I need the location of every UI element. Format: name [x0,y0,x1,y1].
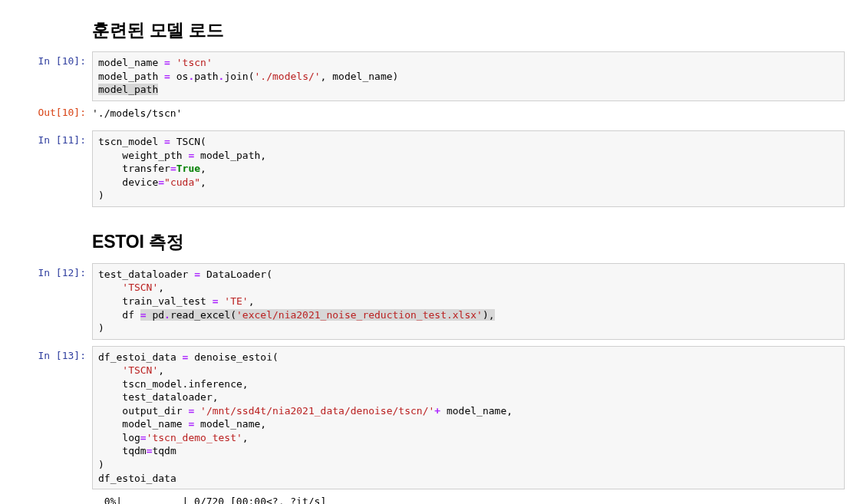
code-token: 'excel/nia2021_noise_reduction_test.xlsx… [236,309,483,321]
code-token: "cuda" [164,176,200,188]
code-token: ) [98,459,104,470]
code-token: './models/' [255,71,321,82]
prompt-empty [12,8,92,18]
code-cell-10: In [10]: model_name = 'tscn' model_path … [12,51,845,101]
code-token: 'tscn' [170,57,213,68]
notebook-root: 훈련된 모델 로드 In [10]: model_name = 'tscn' m… [0,0,857,504]
code-token: model_path, [194,150,266,161]
code-token: ), [483,309,495,321]
code-token: = [194,268,200,280]
prompt-in-12: In [12]: [12,263,92,278]
code-token: model_name, [440,405,513,417]
code-token: = [164,136,170,147]
output-cell-10: Out[10]: './models/tscn' [12,103,845,125]
code-token: df_estoi_data [98,473,176,484]
code-token: = [158,176,164,188]
code-token: ) [98,322,104,334]
code-token: 'TE' [219,295,249,307]
code-cell-13: In [13]: df_estoi_data = denoise_estoi( … [12,346,845,489]
prompt-empty [12,491,92,495]
heading-estoi: ESTOI 측정 [92,230,845,254]
code-token [98,364,122,376]
prompt-in-10: In [10]: [12,51,92,67]
code-token: model_name [98,418,188,430]
code-token: test_dataloader [98,268,194,280]
code-token: + [434,405,440,417]
code-token: test_dataloader, [98,391,219,403]
code-token: DataLoader( [200,268,272,280]
code-token: 'TSCN' [122,364,158,376]
code-token: df_estoi_data [98,351,183,363]
code-token: path [194,71,218,82]
code-token: join( [224,71,254,82]
output-cell-13: 0%| | 0/720 [00:00<?, ?it/s] [12,491,845,504]
code-token: , [200,176,206,188]
code-token: denoise_estoi( [188,351,278,363]
code-token: TSCN( [170,136,206,147]
code-token: tscn_model.inference, [98,378,249,390]
prompt-in-11: In [11]: [12,130,92,146]
code-token: = [164,57,170,68]
code-token: = [213,295,219,307]
markdown-cell-1: 훈련된 모델 로드 [12,8,845,50]
code-token: '/mnt/ssd4t/nia2021_data/denoise/tscn/' [194,405,434,417]
code-token: True [176,163,200,174]
output-text-10: './models/tscn' [92,103,845,125]
code-token: , [249,295,255,307]
code-token: , model_name) [321,71,399,82]
prompt-in-13: In [13]: [12,346,92,361]
code-token: tqdm [152,445,176,456]
code-token: weight_pth [98,150,188,161]
code-token: , [242,432,249,443]
code-token: os [170,71,188,82]
code-token: = [170,163,176,174]
code-token: device [98,176,158,188]
code-token: pd [152,309,164,321]
code-token: output_dir [98,405,188,417]
code-token: transfer [98,163,170,174]
code-cell-11: In [11]: tscn_model = TSCN( weight_pth =… [12,130,845,207]
code-token: model_name [98,57,164,68]
code-token: = [140,432,147,443]
code-token: 'tscn_demo_test' [147,432,242,443]
code-token: df [98,309,140,321]
code-token: , [200,163,206,174]
markdown-cell-2: ESTOI 측정 [12,209,845,262]
code-token: , [158,364,164,376]
code-token: = [164,71,170,82]
code-token: model_name, [194,418,266,430]
code-token [98,282,122,293]
heading-load-model: 훈련된 모델 로드 [92,18,845,42]
code-token: , [158,282,164,293]
code-cell-12: In [12]: test_dataloader = DataLoader( '… [12,263,845,340]
code-input-11[interactable]: tscn_model = TSCN( weight_pth = model_pa… [92,130,845,207]
code-token: tqdm [98,445,147,456]
code-token: tscn_model [98,136,164,147]
code-token: log [98,432,140,443]
tqdm-progress: 0%| | 0/720 [00:00<?, ?it/s] [92,491,845,504]
code-token: . [164,309,170,321]
code-token: read_excel( [170,309,236,321]
code-input-10[interactable]: model_name = 'tscn' model_path = os.path… [92,51,845,101]
code-token: = [140,309,153,321]
code-token: train_val_test [98,295,213,307]
code-input-13[interactable]: df_estoi_data = denoise_estoi( 'TSCN', t… [92,346,845,489]
code-token: 'TSCN' [122,282,158,293]
code-token: ) [98,189,104,201]
prompt-out-10: Out[10]: [12,103,92,118]
code-input-12[interactable]: test_dataloader = DataLoader( 'TSCN', tr… [92,263,845,340]
prompt-empty [12,209,92,219]
code-token: model_path [98,71,164,82]
code-token-selected: model_path [98,84,158,95]
